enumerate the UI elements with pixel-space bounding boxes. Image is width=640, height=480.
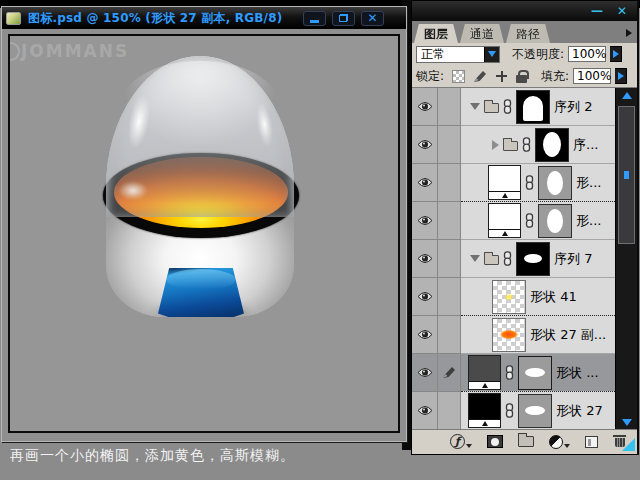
blend-mode-row: 正常 不透明度: 100%: [412, 43, 637, 65]
lock-row: 锁定: 填充: 100%: [412, 65, 637, 87]
chevron-right-icon: [618, 72, 624, 80]
link-cell[interactable]: [438, 88, 461, 126]
visibility-toggle[interactable]: [412, 202, 438, 240]
resize-grip[interactable]: [622, 438, 635, 451]
eye-icon: [417, 367, 433, 378]
link-cell[interactable]: [438, 164, 461, 202]
layer-thumbnail[interactable]: [492, 280, 526, 314]
layer-mask-thumbnail[interactable]: [518, 394, 552, 428]
palette-minimize-button[interactable]: —: [591, 5, 603, 17]
expand-arrow-icon[interactable]: [470, 103, 480, 110]
visibility-toggle[interactable]: [412, 392, 438, 430]
canvas[interactable]: JOMMANS: [8, 34, 400, 433]
minimize-icon: [310, 20, 319, 23]
lock-position-icon[interactable]: [495, 70, 508, 83]
layer-row-group[interactable]: 序...: [412, 126, 637, 164]
layer-row-selected[interactable]: 形状 ...: [412, 354, 637, 392]
visibility-toggle[interactable]: [412, 88, 438, 126]
layer-row-fill[interactable]: 形状 27: [412, 392, 637, 430]
visibility-toggle[interactable]: [412, 126, 438, 164]
fill-spinner[interactable]: [615, 68, 627, 84]
new-group-button[interactable]: [518, 436, 534, 447]
expand-arrow-icon[interactable]: [470, 255, 480, 262]
tab-channels[interactable]: 通道: [460, 24, 504, 43]
opacity-spinner[interactable]: [610, 46, 622, 62]
layer-name[interactable]: 序列 7: [554, 250, 592, 268]
chevron-down-icon: [488, 51, 496, 57]
collapse-arrow-icon[interactable]: [492, 140, 499, 150]
layer-mask-thumbnail[interactable]: [516, 90, 550, 124]
restore-button[interactable]: [332, 11, 355, 26]
layer-row-shape[interactable]: 形状 41: [412, 278, 637, 316]
layer-name[interactable]: 形...: [576, 174, 601, 192]
scroll-up-button[interactable]: [616, 88, 638, 103]
layer-name[interactable]: 序列 2: [554, 98, 592, 116]
tab-paths[interactable]: 路径: [506, 24, 550, 43]
new-layer-button[interactable]: [585, 436, 598, 448]
lock-transparency-icon[interactable]: [452, 70, 465, 83]
adjustment-layer-button[interactable]: [549, 435, 570, 449]
layer-mask-thumbnail[interactable]: [538, 204, 572, 238]
close-button[interactable]: ✕: [361, 11, 384, 26]
layer-style-button[interactable]: ƒ: [450, 434, 472, 449]
link-cell[interactable]: [438, 392, 461, 430]
palette-close-button[interactable]: ✕: [617, 5, 627, 17]
layer-name[interactable]: 形状 27: [556, 402, 603, 420]
link-cell[interactable]: [438, 316, 461, 354]
palette-titlebar[interactable]: — ✕: [412, 1, 637, 21]
layers-scrollbar[interactable]: [615, 88, 637, 430]
layer-name[interactable]: 形状 41: [530, 288, 577, 306]
document-window: 图标.psd @ 150% (形状 27 副本, RGB/8) ✕ JOMMAN…: [1, 6, 407, 442]
layer-thumbnail[interactable]: [468, 355, 501, 390]
lock-all-icon[interactable]: [516, 70, 527, 83]
scroll-down-button[interactable]: [616, 415, 638, 430]
layer-row-group[interactable]: 序列 2: [412, 88, 637, 126]
add-mask-button[interactable]: [487, 435, 503, 448]
blend-mode-select[interactable]: 正常: [416, 46, 500, 63]
layer-row-fill[interactable]: 形...: [412, 202, 637, 240]
scrollbar-thumb[interactable]: [618, 106, 635, 244]
link-cell[interactable]: [438, 278, 461, 316]
link-cell[interactable]: [438, 202, 461, 240]
visibility-toggle[interactable]: [412, 164, 438, 202]
arrow-up-icon: [622, 92, 632, 99]
layer-row-shape[interactable]: 形状 27 副...: [412, 316, 637, 354]
layer-mask-thumbnail[interactable]: [516, 242, 550, 276]
layer-name[interactable]: 形状 ...: [556, 364, 599, 382]
visibility-toggle[interactable]: [412, 316, 438, 354]
layer-mask-thumbnail[interactable]: [538, 166, 572, 200]
fill-field[interactable]: 100%: [573, 68, 611, 84]
visibility-toggle[interactable]: [412, 240, 438, 278]
layer-mask-thumbnail[interactable]: [518, 356, 552, 390]
palette-menu-arrow-icon[interactable]: [626, 29, 632, 37]
layer-name[interactable]: 序...: [573, 136, 598, 154]
layer-name[interactable]: 形状 27 副...: [530, 326, 606, 344]
layer-name[interactable]: 形...: [576, 212, 601, 230]
edit-state-cell[interactable]: [438, 354, 461, 392]
document-title: 图标.psd @ 150% (形状 27 副本, RGB/8): [28, 10, 303, 27]
layer-row-group[interactable]: 序列 7: [412, 240, 637, 278]
lock-paint-brush-icon[interactable]: [473, 70, 487, 83]
folder-icon: [484, 103, 499, 113]
chain-link-icon: [503, 99, 512, 114]
lock-label: 锁定:: [416, 68, 444, 85]
link-cell[interactable]: [438, 240, 461, 278]
visibility-toggle[interactable]: [412, 354, 438, 392]
minimize-button[interactable]: [303, 11, 326, 26]
tab-layers[interactable]: 图层: [414, 24, 458, 43]
link-cell[interactable]: [438, 126, 461, 164]
layer-thumbnail[interactable]: [488, 203, 521, 238]
layer-row-fill[interactable]: 形...: [412, 164, 637, 202]
layer-thumbnail[interactable]: [488, 165, 521, 200]
layer-mask-thumbnail[interactable]: [535, 128, 569, 162]
document-body: JOMMANS: [2, 29, 406, 441]
layer-thumbnail[interactable]: [468, 393, 501, 428]
opacity-field[interactable]: 100%: [568, 46, 606, 62]
layer-thumbnail[interactable]: [492, 318, 526, 352]
close-icon: ✕: [367, 12, 377, 24]
document-titlebar[interactable]: 图标.psd @ 150% (形状 27 副本, RGB/8) ✕: [2, 7, 406, 29]
visibility-toggle[interactable]: [412, 278, 438, 316]
restore-icon: [339, 14, 348, 22]
eye-icon: [417, 215, 433, 226]
blend-dropdown-button[interactable]: [484, 47, 499, 62]
